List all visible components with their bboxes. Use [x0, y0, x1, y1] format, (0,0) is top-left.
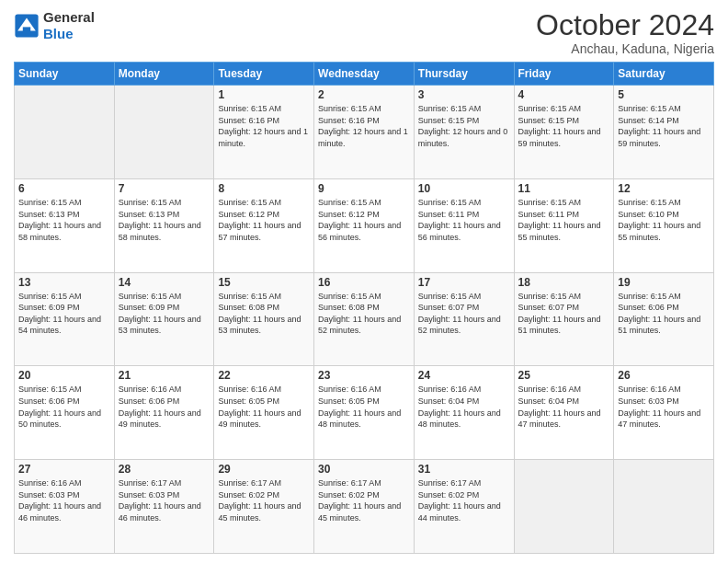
calendar-cell: 13Sunrise: 6:15 AMSunset: 6:09 PMDayligh… [15, 272, 115, 366]
day-info: Sunrise: 6:17 AMSunset: 6:02 PMDaylight:… [218, 477, 310, 523]
day-number: 22 [218, 369, 310, 382]
calendar-cell: 20Sunrise: 6:15 AMSunset: 6:06 PMDayligh… [15, 366, 115, 460]
calendar-week-3: 13Sunrise: 6:15 AMSunset: 6:09 PMDayligh… [15, 272, 714, 366]
day-number: 27 [18, 463, 110, 476]
day-number: 17 [418, 276, 510, 289]
day-info: Sunrise: 6:17 AMSunset: 6:03 PMDaylight:… [119, 477, 210, 523]
day-header-monday: Monday [114, 63, 214, 86]
calendar-cell: 5Sunrise: 6:15 AMSunset: 6:14 PMDaylight… [614, 86, 714, 179]
calendar-cell [114, 86, 214, 179]
day-info: Sunrise: 6:15 AMSunset: 6:12 PMDaylight:… [218, 197, 310, 243]
calendar-cell: 8Sunrise: 6:15 AMSunset: 6:12 PMDaylight… [214, 178, 314, 272]
day-number: 14 [119, 276, 210, 289]
day-info: Sunrise: 6:15 AMSunset: 6:07 PMDaylight:… [418, 291, 510, 337]
calendar-cell: 15Sunrise: 6:15 AMSunset: 6:08 PMDayligh… [214, 272, 314, 366]
day-info: Sunrise: 6:15 AMSunset: 6:08 PMDaylight:… [218, 291, 310, 337]
day-header-wednesday: Wednesday [314, 63, 415, 86]
day-number: 7 [119, 182, 210, 195]
calendar-cell: 1Sunrise: 6:15 AMSunset: 6:16 PMDaylight… [214, 86, 314, 179]
day-info: Sunrise: 6:17 AMSunset: 6:02 PMDaylight:… [318, 477, 410, 523]
calendar-cell: 24Sunrise: 6:16 AMSunset: 6:04 PMDayligh… [414, 366, 514, 460]
day-info: Sunrise: 6:16 AMSunset: 6:05 PMDaylight:… [318, 384, 410, 430]
day-number: 3 [418, 88, 510, 101]
day-number: 19 [618, 276, 710, 289]
day-number: 11 [518, 182, 610, 195]
day-info: Sunrise: 6:15 AMSunset: 6:06 PMDaylight:… [618, 291, 710, 337]
calendar-cell: 31Sunrise: 6:17 AMSunset: 6:02 PMDayligh… [414, 460, 514, 554]
calendar-week-5: 27Sunrise: 6:16 AMSunset: 6:03 PMDayligh… [15, 460, 714, 554]
day-info: Sunrise: 6:15 AMSunset: 6:12 PMDaylight:… [318, 197, 410, 243]
day-number: 10 [418, 182, 510, 195]
day-info: Sunrise: 6:15 AMSunset: 6:13 PMDaylight:… [18, 197, 110, 243]
calendar-table: SundayMondayTuesdayWednesdayThursdayFrid… [14, 62, 714, 554]
day-info: Sunrise: 6:15 AMSunset: 6:15 PMDaylight:… [418, 103, 510, 149]
calendar-cell: 26Sunrise: 6:16 AMSunset: 6:03 PMDayligh… [614, 366, 714, 460]
logo-icon [14, 13, 40, 39]
month-title: October 2024 [536, 9, 714, 41]
day-number: 8 [218, 182, 310, 195]
header: General Blue October 2024 Anchau, Kaduna… [14, 9, 714, 56]
day-header-thursday: Thursday [414, 63, 514, 86]
calendar-cell: 22Sunrise: 6:16 AMSunset: 6:05 PMDayligh… [214, 366, 314, 460]
day-number: 23 [318, 369, 410, 382]
day-info: Sunrise: 6:16 AMSunset: 6:03 PMDaylight:… [618, 384, 710, 430]
calendar-cell [614, 460, 714, 554]
calendar-cell: 30Sunrise: 6:17 AMSunset: 6:02 PMDayligh… [314, 460, 415, 554]
day-header-sunday: Sunday [15, 63, 115, 86]
day-info: Sunrise: 6:15 AMSunset: 6:16 PMDaylight:… [218, 103, 310, 149]
calendar-cell: 28Sunrise: 6:17 AMSunset: 6:03 PMDayligh… [114, 460, 214, 554]
day-info: Sunrise: 6:16 AMSunset: 6:04 PMDaylight:… [418, 384, 510, 430]
day-info: Sunrise: 6:15 AMSunset: 6:15 PMDaylight:… [518, 103, 610, 149]
day-header-saturday: Saturday [614, 63, 714, 86]
day-number: 15 [218, 276, 310, 289]
calendar-cell: 12Sunrise: 6:15 AMSunset: 6:10 PMDayligh… [614, 178, 714, 272]
calendar-cell: 25Sunrise: 6:16 AMSunset: 6:04 PMDayligh… [514, 366, 614, 460]
day-number: 18 [518, 276, 610, 289]
calendar-cell: 14Sunrise: 6:15 AMSunset: 6:09 PMDayligh… [114, 272, 214, 366]
day-info: Sunrise: 6:15 AMSunset: 6:09 PMDaylight:… [18, 291, 110, 337]
day-number: 28 [119, 463, 210, 476]
day-number: 2 [318, 88, 410, 101]
day-info: Sunrise: 6:16 AMSunset: 6:03 PMDaylight:… [18, 477, 110, 523]
calendar-cell [15, 86, 115, 179]
calendar-cell: 16Sunrise: 6:15 AMSunset: 6:08 PMDayligh… [314, 272, 415, 366]
day-header-friday: Friday [514, 63, 614, 86]
calendar-cell: 10Sunrise: 6:15 AMSunset: 6:11 PMDayligh… [414, 178, 514, 272]
calendar-cell: 2Sunrise: 6:15 AMSunset: 6:16 PMDaylight… [314, 86, 415, 179]
day-number: 25 [518, 369, 610, 382]
calendar-cell: 19Sunrise: 6:15 AMSunset: 6:06 PMDayligh… [614, 272, 714, 366]
day-info: Sunrise: 6:15 AMSunset: 6:13 PMDaylight:… [119, 197, 210, 243]
title-block: October 2024 Anchau, Kaduna, Nigeria [536, 9, 714, 56]
day-number: 5 [618, 88, 710, 101]
day-info: Sunrise: 6:15 AMSunset: 6:07 PMDaylight:… [518, 291, 610, 337]
day-number: 12 [618, 182, 710, 195]
calendar-cell: 4Sunrise: 6:15 AMSunset: 6:15 PMDaylight… [514, 86, 614, 179]
calendar-week-1: 1Sunrise: 6:15 AMSunset: 6:16 PMDaylight… [15, 86, 714, 179]
calendar-header-row: SundayMondayTuesdayWednesdayThursdayFrid… [15, 63, 714, 86]
day-info: Sunrise: 6:15 AMSunset: 6:16 PMDaylight:… [318, 103, 410, 149]
day-info: Sunrise: 6:16 AMSunset: 6:06 PMDaylight:… [119, 384, 210, 430]
calendar-cell: 29Sunrise: 6:17 AMSunset: 6:02 PMDayligh… [214, 460, 314, 554]
day-number: 30 [318, 463, 410, 476]
day-info: Sunrise: 6:15 AMSunset: 6:10 PMDaylight:… [618, 197, 710, 243]
svg-rect-2 [23, 27, 30, 33]
day-number: 31 [418, 463, 510, 476]
day-info: Sunrise: 6:16 AMSunset: 6:05 PMDaylight:… [218, 384, 310, 430]
day-number: 6 [18, 182, 110, 195]
page: General Blue October 2024 Anchau, Kaduna… [0, 0, 728, 563]
day-number: 29 [218, 463, 310, 476]
day-number: 4 [518, 88, 610, 101]
day-info: Sunrise: 6:15 AMSunset: 6:14 PMDaylight:… [618, 103, 710, 149]
day-number: 13 [18, 276, 110, 289]
day-number: 24 [418, 369, 510, 382]
location: Anchau, Kaduna, Nigeria [536, 41, 714, 56]
calendar-cell: 3Sunrise: 6:15 AMSunset: 6:15 PMDaylight… [414, 86, 514, 179]
day-number: 21 [119, 369, 210, 382]
logo-text: General Blue [43, 9, 95, 42]
day-number: 16 [318, 276, 410, 289]
day-info: Sunrise: 6:17 AMSunset: 6:02 PMDaylight:… [418, 477, 510, 523]
calendar-cell: 21Sunrise: 6:16 AMSunset: 6:06 PMDayligh… [114, 366, 214, 460]
day-number: 20 [18, 369, 110, 382]
calendar-cell: 23Sunrise: 6:16 AMSunset: 6:05 PMDayligh… [314, 366, 415, 460]
day-header-tuesday: Tuesday [214, 63, 314, 86]
